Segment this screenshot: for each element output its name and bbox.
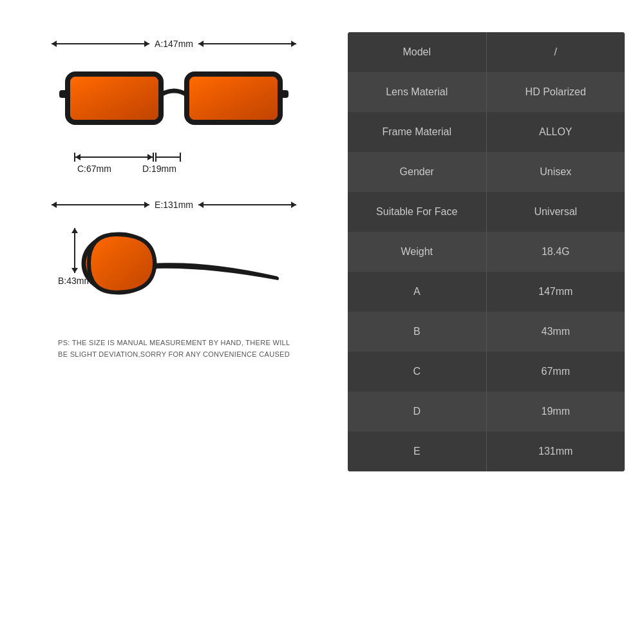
- spec-value: Universal: [487, 192, 625, 232]
- spec-label: Suitable For Face: [348, 192, 487, 232]
- spec-row: Frame MaterialALLOY: [348, 112, 625, 152]
- spec-value: 131mm: [487, 431, 625, 471]
- glasses-side-image: B:43mm: [52, 215, 296, 318]
- spec-value: /: [487, 32, 625, 72]
- spec-value: HD Polarized: [487, 72, 625, 112]
- e-arrow-row: E:131mm: [52, 200, 296, 210]
- specs-table: Model/Lens MaterialHD PolarizedFrame Mat…: [348, 32, 625, 471]
- e-label: E:131mm: [155, 200, 193, 210]
- c-label: C:67mm: [77, 164, 111, 174]
- spec-value: 67mm: [487, 352, 625, 392]
- spec-label: Weight: [348, 232, 487, 272]
- spec-value: Unisex: [487, 152, 625, 192]
- spec-value: 147mm: [487, 272, 625, 312]
- svg-rect-4: [59, 90, 69, 98]
- spec-label: E: [348, 431, 487, 471]
- a-arrow-row: A:147mm: [52, 39, 296, 49]
- spec-label: Model: [348, 32, 487, 72]
- spec-row: D19mm: [348, 392, 625, 431]
- spec-label: Frame Material: [348, 112, 487, 152]
- e-left-arrow: [52, 204, 149, 205]
- spec-row: A147mm: [348, 272, 625, 312]
- left-panel: A:147mm: [19, 26, 328, 618]
- b-dimension-label: B:43mm: [58, 228, 91, 286]
- disclaimer-text: PS: THE SIZE IS MANUAL MEASUREMENT BY HA…: [58, 337, 290, 360]
- cd-dimensions: C:67mm D:19mm: [58, 151, 303, 174]
- svg-rect-5: [279, 90, 289, 98]
- glasses-front-image: [52, 58, 296, 148]
- spec-row: E131mm: [348, 431, 625, 471]
- a-label: A:147mm: [155, 39, 193, 49]
- side-view-block: E:131mm B:43mm: [52, 200, 296, 318]
- spec-row: B43mm: [348, 312, 625, 352]
- spec-value: 19mm: [487, 392, 625, 431]
- spec-label: D: [348, 392, 487, 431]
- b-arrow-line: [74, 228, 75, 273]
- b-label: B:43mm: [58, 276, 91, 286]
- spec-row: C67mm: [348, 352, 625, 392]
- spec-label: A: [348, 272, 487, 312]
- spec-row: GenderUnisex: [348, 152, 625, 192]
- svg-rect-1: [70, 77, 158, 120]
- spec-value: ALLOY: [487, 112, 625, 152]
- a-right-arrow: [198, 43, 296, 44]
- a-left-arrow: [52, 43, 149, 44]
- spec-label: C: [348, 352, 487, 392]
- spec-label: B: [348, 312, 487, 352]
- spec-row: Model/: [348, 32, 625, 72]
- main-container: A:147mm: [0, 0, 644, 644]
- spec-value: 18.4G: [487, 232, 625, 272]
- spec-row: Weight18.4G: [348, 232, 625, 272]
- spec-row: Suitable For FaceUniversal: [348, 192, 625, 232]
- c-arrow-line: [75, 156, 153, 158]
- e-right-arrow: [198, 204, 296, 205]
- svg-rect-3: [189, 77, 278, 120]
- dimension-a-block: A:147mm: [19, 39, 328, 52]
- spec-label: Lens Material: [348, 72, 487, 112]
- spec-label: Gender: [348, 152, 487, 192]
- spec-row: Lens MaterialHD Polarized: [348, 72, 625, 112]
- d-label: D:19mm: [142, 164, 176, 174]
- spec-value: 43mm: [487, 312, 625, 352]
